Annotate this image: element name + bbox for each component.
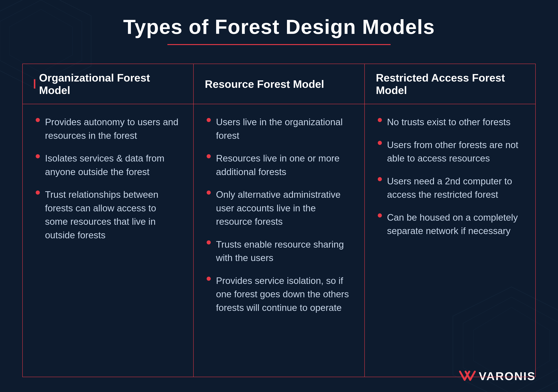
list-item: Users need a 2nd computer to access the … — [378, 174, 522, 201]
bullet-dot — [36, 118, 40, 122]
bullet-dot — [207, 118, 211, 122]
bullet-dot — [207, 240, 211, 244]
bullet-dot — [378, 118, 382, 122]
bullet-dot — [207, 191, 211, 195]
list-item: Resources live in one or more additional… — [207, 152, 351, 179]
bullet-text: Isolates services & data from anyone out… — [45, 152, 180, 179]
header-cell-organizational: Organizational Forest Model — [23, 64, 194, 104]
list-item: Provides service isolation, so if one fo… — [207, 274, 351, 315]
body-cell-organizational: Provides autonomy to users and resources… — [23, 104, 194, 377]
bullet-text: Users live in the organizational forest — [216, 115, 351, 142]
page-title: Types of Forest Design Models — [22, 15, 536, 38]
forest-table: Organizational Forest Model Resource For… — [22, 64, 536, 377]
bullet-text: Provides service isolation, so if one fo… — [216, 274, 351, 315]
bullet-dot — [207, 277, 211, 281]
list-item: Users live in the organizational forest — [207, 115, 351, 142]
bullet-dot — [36, 191, 40, 195]
list-item: Provides autonomy to users and resources… — [36, 115, 180, 142]
body-cell-resource: Users live in the organizational forest … — [194, 104, 365, 377]
bullet-dot — [378, 177, 382, 181]
bullet-text: Can be housed on a completely separate n… — [387, 211, 522, 238]
header-label-resource: Resource Forest Model — [205, 78, 324, 90]
header-cell-restricted: Restricted Access Forest Model — [365, 64, 535, 104]
title-section: Types of Forest Design Models — [22, 15, 536, 45]
list-item: Trust relationships between forests can … — [36, 188, 180, 242]
title-underline — [167, 44, 391, 45]
bullet-text: Resources live in one or more additional… — [216, 152, 351, 179]
bullet-text: Trust relationships between forests can … — [45, 188, 180, 242]
header-label-restricted: Restricted Access Forest Model — [376, 71, 524, 96]
bullet-text: No trusts exist to other forests — [387, 115, 511, 129]
page-wrapper: Types of Forest Design Models Organizati… — [0, 0, 558, 392]
bullet-text: Users need a 2nd computer to access the … — [387, 174, 522, 201]
table-header-row: Organizational Forest Model Resource For… — [23, 64, 535, 104]
header-cell-resource: Resource Forest Model — [194, 64, 365, 104]
list-item: Trusts enable resource sharing with the … — [207, 238, 351, 265]
bullet-text: Trusts enable resource sharing with the … — [216, 238, 351, 265]
list-item: Isolates services & data from anyone out… — [36, 152, 180, 179]
table-body-row: Provides autonomy to users and resources… — [23, 104, 535, 377]
list-item: No trusts exist to other forests — [378, 115, 522, 129]
header-marker-org — [34, 79, 35, 88]
list-item: Only alternative administrative user acc… — [207, 188, 351, 228]
list-item: Can be housed on a completely separate n… — [378, 211, 522, 238]
bullet-text: Only alternative administrative user acc… — [216, 188, 351, 228]
bullet-dot — [207, 154, 211, 158]
bullet-dot — [378, 141, 382, 145]
list-item: Users from other forests are not able to… — [378, 138, 522, 165]
bullet-text: Users from other forests are not able to… — [387, 138, 522, 165]
header-label-organizational: Organizational Forest Model — [39, 71, 182, 96]
bullet-dot — [378, 213, 382, 218]
body-cell-restricted: No trusts exist to other forests Users f… — [365, 104, 535, 377]
bullet-text: Provides autonomy to users and resources… — [45, 115, 180, 142]
bullet-dot — [36, 154, 40, 158]
